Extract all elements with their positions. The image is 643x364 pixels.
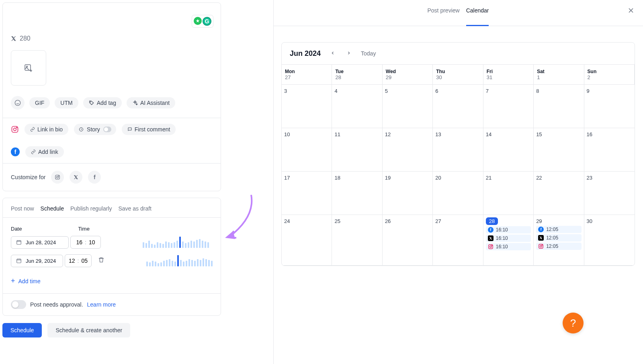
day-cell[interactable]: 6	[433, 85, 483, 128]
addon-icon[interactable]	[194, 17, 202, 25]
next-month-button[interactable]	[345, 48, 353, 59]
prev-month-button[interactable]	[329, 48, 337, 59]
schedule-card: Post now Schedule Publish regularly Save…	[2, 198, 221, 316]
date-input-0[interactable]: Jun 28, 2024	[11, 236, 69, 249]
date-label: Date	[11, 226, 22, 232]
sparkle-icon	[132, 100, 138, 106]
day-cell[interactable]: 25	[332, 215, 382, 266]
event-chip-x[interactable]: 16:10	[486, 235, 531, 242]
link-in-bio-button[interactable]: Link in bio	[25, 124, 68, 135]
day-cell[interactable]: 16	[584, 128, 635, 172]
day-header: Sat1	[534, 65, 584, 85]
add-link-button[interactable]: Add link	[25, 146, 64, 157]
tab-publish-regularly[interactable]: Publish regularly	[70, 204, 112, 217]
story-toggle[interactable]: Story	[74, 124, 116, 135]
smile-icon	[14, 100, 21, 106]
day-cell[interactable]: 4	[332, 85, 382, 128]
time-activity-chart	[146, 255, 213, 266]
calendar-icon	[16, 258, 22, 264]
customize-label: Customize for	[11, 174, 45, 180]
customize-instagram[interactable]	[51, 171, 64, 184]
day-cell[interactable]: 19	[383, 172, 433, 215]
event-chip-fb[interactable]: f12:05	[536, 226, 581, 233]
add-media-button[interactable]	[11, 50, 46, 86]
gif-button[interactable]: GIF	[29, 97, 50, 108]
trash-icon	[98, 257, 104, 263]
add-tag-button[interactable]: Add tag	[83, 97, 122, 108]
day-cell[interactable]: 21	[483, 172, 534, 215]
schedule-another-button[interactable]: Schedule & create another	[47, 323, 130, 337]
customize-x[interactable]	[70, 171, 82, 184]
tab-post-preview[interactable]: Post preview	[428, 7, 460, 20]
close-icon	[627, 6, 635, 14]
time-activity-chart	[143, 237, 209, 248]
day-cell[interactable]: 23	[584, 172, 635, 215]
tab-save-as-draft[interactable]: Save as draft	[118, 204, 152, 217]
day-cell[interactable]: 13	[433, 128, 483, 172]
day-cell[interactable]: 28f16:1016:1016:10	[483, 215, 534, 266]
approval-toggle[interactable]	[11, 300, 26, 309]
grammarly-icon[interactable]: G	[203, 17, 211, 26]
approval-row: Post needs approval. Learn more	[3, 293, 221, 315]
day-cell[interactable]: 12	[383, 128, 433, 172]
today-button[interactable]: Today	[361, 50, 376, 57]
link-icon	[31, 149, 36, 154]
day-cell[interactable]: 20	[433, 172, 483, 215]
svg-point-18	[542, 245, 543, 245]
ai-assistant-button[interactable]: AI Assistant	[127, 97, 175, 108]
tab-schedule[interactable]: Schedule	[41, 204, 64, 217]
day-cell[interactable]: 8	[534, 85, 584, 128]
link-icon	[30, 127, 35, 132]
learn-more-link[interactable]: Learn more	[87, 301, 116, 308]
day-cell[interactable]: 9	[584, 85, 635, 128]
customize-facebook[interactable]: f	[88, 171, 101, 184]
tab-post-now[interactable]: Post now	[11, 204, 34, 217]
day-cell[interactable]: 11	[332, 128, 382, 172]
instagram-icon	[55, 174, 60, 180]
day-cell[interactable]: 3	[282, 85, 332, 128]
day-cell[interactable]: 24	[282, 215, 332, 266]
event-chip-ig[interactable]: 16:10	[486, 243, 531, 250]
day-cell[interactable]: 17	[282, 172, 332, 215]
facebook-icon: f	[11, 147, 20, 156]
day-header: Thu30	[433, 65, 483, 85]
day-header: Wed29	[383, 65, 433, 85]
event-chip-fb[interactable]: f16:10	[486, 226, 531, 233]
comment-icon	[127, 127, 132, 132]
event-chip-ig[interactable]: 12:05	[536, 243, 581, 250]
tab-calendar[interactable]: Calendar	[466, 7, 489, 26]
date-input-1[interactable]: Jun 29, 2024	[11, 255, 63, 267]
close-button[interactable]	[627, 6, 635, 17]
day-cell[interactable]: 10	[282, 128, 332, 172]
day-cell[interactable]: 27	[433, 215, 483, 266]
day-cell[interactable]: 26	[383, 215, 433, 266]
calendar-icon	[16, 239, 22, 245]
schedule-button[interactable]: Schedule	[2, 323, 42, 337]
time-input-0[interactable]: 16:10	[70, 236, 101, 249]
svg-point-6	[16, 127, 17, 128]
day-cell[interactable]: 15	[534, 128, 584, 172]
event-chip-x[interactable]: 12:05	[536, 234, 581, 241]
time-input-1[interactable]: 12:05	[65, 254, 92, 267]
first-comment-button[interactable]: First comment	[122, 124, 176, 135]
day-cell[interactable]: 18	[332, 172, 382, 215]
day-cell[interactable]: 7	[483, 85, 534, 128]
delete-time-button[interactable]	[98, 257, 104, 265]
day-header: Fri31	[483, 65, 534, 85]
time-label: Time	[78, 226, 89, 232]
svg-point-10	[59, 176, 59, 176]
day-cell[interactable]: 22	[534, 172, 584, 215]
svg-rect-0	[25, 65, 31, 70]
utm-button[interactable]: UTM	[55, 97, 78, 108]
help-button[interactable]: ?	[563, 313, 584, 333]
day-cell[interactable]: 14	[483, 128, 534, 172]
day-cell[interactable]: 5	[383, 85, 433, 128]
day-cell[interactable]: 29f12:0512:0512:05	[534, 215, 584, 266]
add-time-button[interactable]: + Add time	[11, 277, 41, 285]
image-plus-icon	[24, 63, 33, 73]
emoji-button[interactable]	[11, 96, 25, 110]
chevron-right-icon	[346, 51, 351, 55]
day-cell[interactable]: 30	[584, 215, 635, 266]
approval-text: Post needs approval.	[30, 301, 83, 308]
facebook-icon: f	[94, 174, 96, 180]
